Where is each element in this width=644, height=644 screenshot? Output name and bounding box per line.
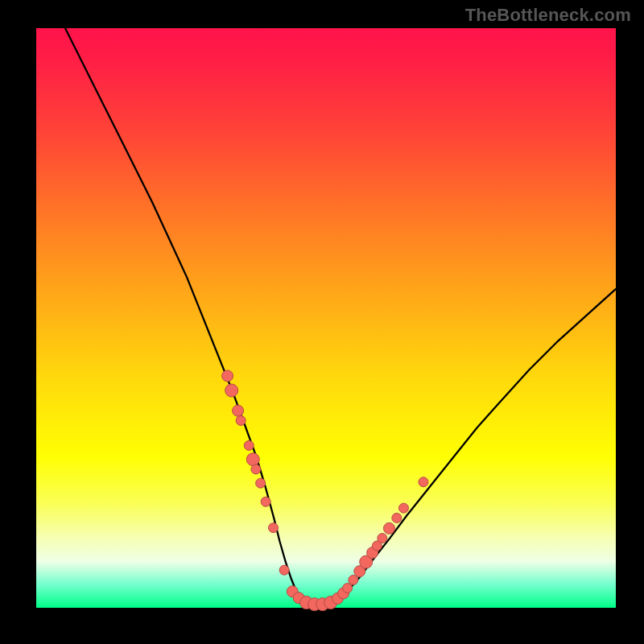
data-point bbox=[244, 440, 254, 450]
data-point bbox=[398, 503, 408, 513]
watermark-text: TheBottleneck.com bbox=[465, 5, 631, 26]
data-point bbox=[261, 497, 270, 506]
chart-overlay bbox=[36, 28, 616, 608]
data-points-group bbox=[222, 370, 428, 611]
chart-container: { "watermark": "TheBottleneck.com", "col… bbox=[0, 0, 644, 644]
data-point bbox=[279, 565, 289, 575]
data-point bbox=[225, 384, 238, 397]
data-point bbox=[383, 522, 394, 534]
data-point bbox=[222, 370, 233, 382]
data-point bbox=[343, 584, 353, 593]
data-point bbox=[378, 534, 387, 543]
data-point bbox=[256, 478, 266, 488]
data-point bbox=[268, 523, 278, 533]
bottleneck-curve bbox=[65, 28, 616, 605]
data-point bbox=[246, 453, 259, 466]
data-point bbox=[236, 415, 246, 425]
data-point bbox=[251, 464, 261, 474]
data-point bbox=[392, 513, 402, 522]
data-point bbox=[419, 477, 428, 487]
data-point bbox=[233, 405, 244, 416]
data-point bbox=[349, 575, 358, 584]
